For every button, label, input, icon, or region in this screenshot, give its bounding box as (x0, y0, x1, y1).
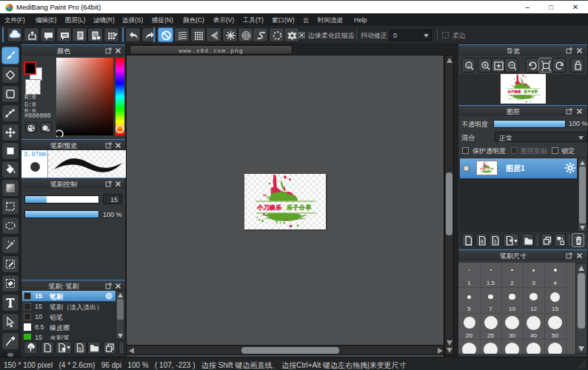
svg-text:小刀娱乐: 小刀娱乐 (256, 204, 282, 211)
svg-text:1: 1 (494, 239, 497, 244)
svg-text:乐子分享: 乐子分享 (524, 90, 538, 94)
svg-text:8: 8 (481, 239, 484, 244)
svg-text:乐子分享: 乐子分享 (487, 167, 493, 170)
svg-text:小刀娱乐: 小刀娱乐 (479, 167, 486, 170)
svg-text:小刀娱乐: 小刀娱乐 (507, 90, 521, 94)
svg-text:1: 1 (467, 64, 470, 68)
svg-text:S: S (78, 346, 82, 352)
svg-text:乐子分享: 乐子分享 (286, 204, 312, 211)
